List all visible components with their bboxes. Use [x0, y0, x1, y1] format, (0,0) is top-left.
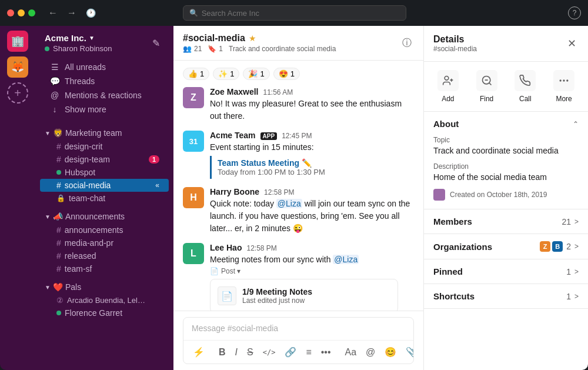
hash-icon: #	[56, 225, 61, 235]
nav-buttons: ← → 🕐	[45, 5, 99, 21]
search-input[interactable]	[202, 9, 400, 18]
members-section[interactable]: Members 21 >	[424, 209, 588, 234]
channel-team-chat[interactable]: 🔒 team-chat	[40, 192, 169, 205]
bold-button[interactable]: B	[215, 345, 229, 360]
section-header-pals[interactable]: ▼ ❤️ Pals	[35, 280, 173, 294]
forward-button[interactable]: →	[64, 5, 80, 21]
description-field: Description Home of the social media tea…	[433, 162, 579, 182]
sidebar-item-more[interactable]: ↓ Show more	[40, 102, 169, 116]
mention[interactable]: @Liza	[276, 199, 302, 208]
emoji-reaction-thumbs[interactable]: 👍 1	[183, 68, 209, 80]
nav-item-label: Threads	[65, 76, 95, 86]
history-button[interactable]: 🕐	[82, 5, 99, 21]
sidebar-nav: ☰ All unreads 💬 Threads @ Mentions & rea…	[35, 55, 173, 121]
channel-hubspot[interactable]: Hubspot	[40, 166, 169, 179]
emoji-reaction-heart-eyes[interactable]: 😍 1	[273, 68, 300, 80]
more-formatting-button[interactable]: •••	[318, 345, 335, 360]
close-details-button[interactable]: ✕	[565, 35, 579, 52]
channel-design-team[interactable]: # design-team 1	[40, 153, 169, 166]
workspace-name[interactable]: Acme Inc. ▼	[45, 33, 112, 43]
channel-released[interactable]: # released	[40, 249, 169, 262]
channel-florence[interactable]: Florence Garret	[40, 306, 169, 319]
italic-button[interactable]: I	[232, 345, 241, 360]
meeting-card[interactable]: Team Status Meeting ✏️ Today from 1:00 P…	[210, 156, 414, 179]
action-call[interactable]: Call	[510, 70, 540, 103]
channel-header: #social-media ★ 👥 21 🔖 1 Track and coord…	[173, 26, 423, 61]
sidebar-item-mentions[interactable]: @ Mentions & reactions	[40, 88, 169, 102]
minimize-traffic-light[interactable]	[18, 9, 25, 16]
channel-design-crit[interactable]: # design-crit	[40, 140, 169, 153]
sidebar-header: Acme Inc. ▼ Sharon Robinson ✎	[35, 26, 173, 55]
strikethrough-button[interactable]: S	[243, 345, 257, 360]
organizations-right: Z B 2 >	[540, 241, 579, 252]
channel-name: design-crit	[65, 142, 103, 151]
post-card[interactable]: 📄 1/9 Meeting Notes Last edited just now	[210, 279, 398, 311]
meeting-title[interactable]: Team Status Meeting ✏️	[218, 158, 408, 168]
add-workspace-button[interactable]: +	[7, 82, 28, 104]
back-button[interactable]: ←	[45, 5, 61, 21]
action-more[interactable]: More	[549, 70, 579, 103]
organizations-label: Organizations	[433, 242, 492, 252]
organizations-section[interactable]: Organizations Z B 2 >	[424, 234, 588, 259]
bookmarks-count: 1	[219, 45, 223, 53]
shortcuts-section[interactable]: Shortcuts 1 >	[424, 284, 588, 309]
attachment-button[interactable]: 📎	[402, 344, 414, 360]
channel-social-media[interactable]: # social-media «	[40, 179, 169, 192]
message-row: 31 Acme Team APP 12:45 PM Event starting…	[183, 131, 414, 179]
help-button[interactable]: ?	[568, 6, 581, 19]
edit-button[interactable]: ✎	[148, 35, 164, 51]
workspace-avatar-2[interactable]: 🦊	[7, 56, 28, 78]
channel-announcements[interactable]: # announcements	[40, 224, 169, 236]
info-button[interactable]: ⓘ	[400, 35, 414, 52]
close-traffic-light[interactable]	[7, 9, 14, 16]
mention[interactable]: @Liza	[333, 255, 359, 264]
pinned-right: 1 >	[566, 267, 579, 276]
avatar: H	[183, 187, 204, 208]
channel-arcadio[interactable]: ② Arcadio Buendia, Leland Ygle...	[40, 294, 169, 306]
mention-button[interactable]: @	[362, 345, 379, 360]
channel-name: social-media	[65, 181, 111, 190]
section-header-marketing[interactable]: ▼ 🦁 Marketing team	[35, 126, 173, 140]
channel-meta: 👥 21 🔖 1 Track and coordinate social med…	[183, 45, 336, 53]
lightning-button[interactable]: ⚡	[189, 344, 208, 360]
message-input-field[interactable]: Message #social-media	[183, 318, 413, 340]
unread-badge: 1	[149, 155, 159, 164]
link-button[interactable]: 🔗	[281, 344, 300, 360]
post-subtitle: Last edited just now	[242, 296, 390, 305]
text-style-button[interactable]: Aa	[342, 345, 360, 360]
svg-line-4	[489, 83, 492, 85]
pinned-section[interactable]: Pinned 1 >	[424, 259, 588, 284]
reaction-count: 1	[200, 69, 204, 78]
channel-media-and-pr[interactable]: # media-and-pr	[40, 236, 169, 249]
input-box: Message #social-media ⚡ B I S </> 🔗 ≡ ••…	[183, 317, 414, 364]
members-meta[interactable]: 👥 21	[183, 45, 202, 53]
sidebar-item-unreads[interactable]: ☰ All unreads	[40, 60, 169, 74]
message-body: Harry Boone 12:58 PM Quick note: today @…	[210, 187, 414, 235]
bookmarks-meta[interactable]: 🔖 1	[208, 45, 223, 53]
topic-label: Topic	[433, 136, 579, 144]
shortcuts-right: 1 >	[566, 292, 579, 301]
about-section: About ⌃ Topic Track and coordinate socia…	[424, 112, 588, 209]
code-button[interactable]: </>	[259, 346, 279, 359]
channel-team-sf[interactable]: # team-sf	[40, 262, 169, 275]
message-body: Acme Team APP 12:45 PM Event starting in…	[210, 131, 414, 179]
presence-dot-icon	[56, 170, 61, 175]
about-toggle[interactable]: About ⌃	[424, 112, 588, 136]
search-bar[interactable]: 🔍	[183, 5, 406, 21]
emoji-button[interactable]: 😊	[381, 344, 400, 360]
star-icon[interactable]: ★	[249, 34, 256, 43]
emoji-reaction-party[interactable]: 🎉 1	[243, 68, 269, 80]
list-button[interactable]: ≡	[302, 345, 315, 360]
section-arrow-icon: ▼	[45, 130, 51, 136]
members-icon: 👥	[183, 45, 192, 53]
sidebar: Acme Inc. ▼ Sharon Robinson ✎ ☰ All unre…	[35, 26, 173, 370]
emoji-reaction-sparkle[interactable]: ✨ 1	[213, 68, 239, 80]
message-row: Z Zoe Maxwell 11:56 AM No! It was my ple…	[183, 87, 414, 122]
action-add[interactable]: Add	[433, 70, 463, 103]
sidebar-item-threads[interactable]: 💬 Threads	[40, 74, 169, 88]
search-icon: 🔍	[189, 9, 198, 17]
section-header-announcements[interactable]: ▼ 📣 Announcements	[35, 209, 173, 224]
workspace-avatar-acme[interactable]: 🏢	[7, 31, 28, 52]
action-find[interactable]: Find	[472, 70, 502, 103]
maximize-traffic-light[interactable]	[28, 9, 35, 16]
